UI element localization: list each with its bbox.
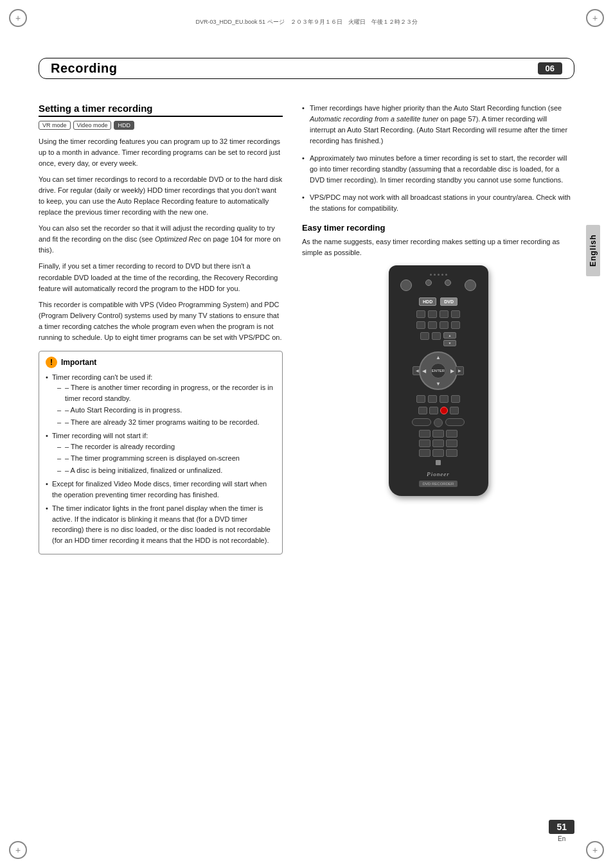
remote-ch-group: ▲ ▼ [443, 332, 456, 346]
remote-hdd-button[interactable]: HDD [419, 297, 436, 306]
remote-btn[interactable] [416, 395, 425, 403]
remote-num-5[interactable] [432, 439, 444, 447]
left-column: Setting a timer recording VR mode Video … [39, 103, 283, 554]
sub-item-1c: – There are already 32 timer programs wa… [52, 417, 276, 428]
chapter-badge: 06 [538, 62, 562, 75]
remote-num-3[interactable] [446, 430, 458, 438]
remote-oval-btn-2[interactable] [445, 418, 465, 426]
section-heading: Setting a timer recording [39, 103, 283, 117]
remote-btn[interactable] [429, 407, 438, 414]
remote-btn[interactable] [428, 395, 437, 403]
corner-circle-br [586, 841, 604, 859]
remote-control: HDD DVD [389, 265, 488, 496]
two-column-layout: Setting a timer recording VR mode Video … [39, 103, 574, 554]
right-bullet-2: Approximately two minutes before a timer… [302, 153, 574, 186]
remote-brand: Pioneer [427, 471, 450, 477]
sidebar-english-tab: English [586, 225, 600, 276]
sidebar-label: English [586, 225, 600, 276]
corner-circle-tl [9, 9, 27, 27]
remote-top-btn-left[interactable] [400, 279, 412, 291]
page-number-box: 51 En [549, 820, 574, 842]
sub-item-1b: – Auto Start Recording is in progress. [52, 405, 276, 416]
sub-item-2b: – The timer programming screen is displa… [52, 453, 276, 464]
remote-row-5 [394, 418, 483, 427]
remote-product-label: DVD RECORDER [419, 481, 458, 487]
important-icon: ! [46, 357, 57, 368]
remote-row-3 [394, 395, 483, 403]
remote-btn[interactable] [451, 310, 460, 318]
remote-btn[interactable] [432, 332, 441, 340]
remote-enter-button[interactable]: ENTER [431, 363, 446, 378]
right-bullet-1: Timer recordings have higher priority th… [302, 103, 574, 146]
remote-btn[interactable] [450, 407, 459, 414]
paragraph-5: This recorder is compatible with VPS (Vi… [39, 299, 283, 343]
remote-top-btn-right[interactable] [465, 279, 476, 291]
remote-num-7[interactable] [419, 449, 431, 457]
important-list: Timer recording can't be used if: – Ther… [46, 372, 276, 546]
speaker-dot [430, 274, 432, 276]
remote-channel-down[interactable]: ▼ [443, 340, 456, 346]
remote-num-1[interactable] [419, 430, 431, 438]
remote-btn[interactable] [416, 321, 425, 329]
nav-left-arrow: ◀ [422, 368, 426, 373]
important-heading: ! Important [46, 357, 276, 368]
remote-row-ch: ▲ ▼ [394, 332, 483, 346]
remote-num-9[interactable] [446, 449, 458, 457]
remote-circle-btn[interactable] [434, 418, 443, 427]
right-bullet-3: VPS/PDC may not work with all broadcast … [302, 192, 574, 214]
remote-btn[interactable] [428, 321, 437, 329]
badge-hdd: HDD [114, 121, 134, 130]
remote-nav-area: ◀ ▲ ▼ ◀ ▶ ENTER ▶ [413, 351, 464, 390]
remote-num-8[interactable] [432, 449, 444, 457]
badge-vr-mode: VR mode [39, 121, 71, 130]
page-number: 51 [549, 820, 574, 834]
right-column: Timer recordings have higher priority th… [302, 103, 574, 554]
remote-indicator [436, 460, 441, 465]
sub-item-2a: – The recorder is already recording [52, 441, 276, 452]
corner-circle-bl [9, 841, 27, 859]
remote-num-6[interactable] [446, 439, 458, 447]
paragraph-1: Using the timer recording features you c… [39, 136, 283, 169]
remote-num-4[interactable] [419, 439, 431, 447]
remote-return-btn[interactable]: ▶ [455, 366, 464, 375]
remote-top-row [394, 279, 483, 291]
speaker-dot [441, 274, 443, 276]
remote-dvd-button[interactable]: DVD [440, 297, 458, 306]
page-lang: En [549, 835, 574, 842]
remote-btn[interactable] [428, 310, 437, 318]
paragraph-2: You can set timer recordings to record t… [39, 174, 283, 218]
important-box: ! Important Timer recording can't be use… [39, 351, 283, 555]
remote-container: HDD DVD [302, 265, 574, 496]
remote-btn[interactable] [420, 332, 429, 340]
easy-timer-text: As the name suggests, easy timer recordi… [302, 236, 574, 258]
remote-num-row-2 [419, 439, 458, 447]
remote-btn[interactable] [451, 321, 460, 329]
remote-btn[interactable] [418, 407, 427, 414]
remote-nav-ring: ▲ ▼ ◀ ▶ ENTER [419, 351, 458, 390]
important-item-1: Timer recording can't be used if: – Ther… [46, 372, 276, 428]
remote-btn[interactable] [416, 310, 425, 318]
remote-top-dot [425, 279, 432, 286]
remote-num-row-3 [419, 449, 458, 457]
remote-special-row [418, 407, 459, 414]
important-item-3: Except for finalized Video Mode discs, t… [46, 479, 276, 500]
sub-item-2c: – A disc is being initialized, finalized… [52, 465, 276, 476]
remote-channel-up[interactable]: ▲ [443, 332, 456, 339]
nav-down-arrow: ▼ [436, 381, 441, 387]
page-container: DVR-03_HDD_EU.book 51 ページ ２０３年９月１６日 火曜日 … [0, 0, 613, 868]
remote-btn[interactable] [440, 395, 449, 403]
remote-num-2[interactable] [432, 430, 444, 438]
remote-btn[interactable] [451, 395, 460, 403]
paragraph-3: You can also set the recorder so that it… [39, 223, 283, 256]
remote-btn[interactable] [440, 321, 449, 329]
remote-row-1 [394, 310, 483, 318]
remote-oval-btn[interactable] [412, 418, 431, 426]
remote-btn[interactable] [440, 310, 449, 318]
important-item-2: Timer recording will not start if: – The… [46, 430, 276, 475]
page-title: Recording [51, 61, 117, 76]
remote-record-button[interactable] [440, 407, 448, 414]
corner-circle-tr [586, 9, 604, 27]
nav-up-arrow: ▲ [436, 355, 441, 360]
easy-timer-heading: Easy timer recording [302, 223, 574, 233]
remote-hdd-dvd-buttons: HDD DVD [419, 297, 458, 306]
